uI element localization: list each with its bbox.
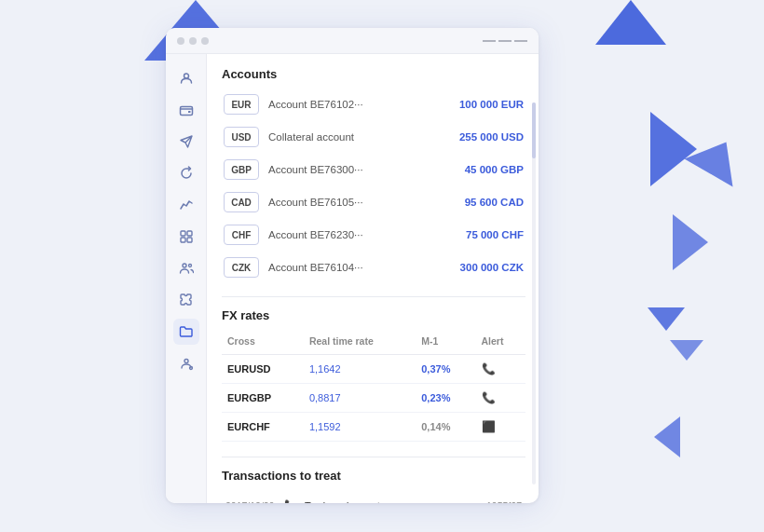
fx-table-header: Cross [222, 332, 304, 355]
account-amount: 300 000 CZK [460, 262, 524, 273]
deco-triangle-mid-right [650, 112, 697, 186]
phone-icon: 📞 [482, 362, 496, 375]
window-dot-1 [177, 37, 184, 45]
window-dot-3 [201, 37, 209, 45]
svg-point-7 [183, 264, 186, 267]
account-name: Account BE76104··· [268, 262, 451, 273]
fx-rate: 1,1592 [304, 413, 416, 442]
svg-point-9 [184, 360, 188, 363]
svg-rect-1 [180, 107, 192, 116]
fx-m1: 0,14% [416, 413, 475, 442]
account-list: EUR Account BE76102··· 100 000 EUR USD C… [222, 90, 525, 281]
fx-table-header: Alert [476, 332, 526, 355]
account-row[interactable]: CZK Account BE76104··· 300 000 CZK [222, 253, 525, 281]
sidebar-icon-folder[interactable] [173, 319, 199, 345]
svg-point-0 [184, 74, 188, 78]
account-row[interactable]: GBP Account BE76300··· 45 000 GBP [222, 156, 525, 184]
sidebar [166, 54, 207, 503]
account-name: Account BE76105··· [268, 197, 456, 208]
fx-table-header: Real time rate [304, 332, 416, 355]
window-dot-2 [189, 37, 197, 45]
sidebar-icon-layers[interactable] [173, 224, 199, 250]
fx-rate: 0,8817 [304, 384, 416, 413]
svg-rect-2 [188, 111, 191, 113]
main-content: Accounts EUR Account BE76102··· 100 000 … [207, 54, 539, 503]
menu-line-1 [483, 40, 496, 42]
fx-rates-table: CrossReal time rateM-1Alert EURUSD1,1642… [222, 332, 525, 442]
currency-badge: CZK [224, 257, 259, 278]
fx-cross: EURUSD [222, 355, 304, 384]
currency-badge: USD [224, 127, 259, 147]
title-bar-menu[interactable] [483, 40, 527, 42]
account-row[interactable]: CHF Account BE76230··· 75 000 CHF [222, 221, 525, 249]
account-amount: 255 000 USD [459, 131, 524, 143]
menu-line-2 [498, 40, 512, 42]
fx-table-row[interactable]: EURUSD1,16420,37%📞 [222, 355, 525, 384]
account-name: Account BE76230··· [268, 229, 457, 240]
fx-alert[interactable]: ⬛ [476, 413, 526, 442]
sidebar-icon-user[interactable] [173, 65, 199, 91]
window-card: Accounts EUR Account BE76102··· 100 000 … [166, 28, 539, 503]
fx-section: FX rates CrossReal time rateM-1Alert EUR… [222, 308, 525, 442]
deco-triangle-lower-right [648, 307, 685, 331]
sidebar-icon-wallet[interactable] [173, 97, 199, 123]
deco-triangle-lower-right2 [670, 340, 703, 361]
deco-triangle-mid-right2 [673, 214, 708, 270]
sidebar-icon-puzzle[interactable] [173, 287, 199, 313]
fx-m1: 0,37% [416, 355, 475, 384]
deco-triangle-bottom-right [654, 416, 680, 457]
accounts-title: Accounts [222, 67, 525, 81]
menu-line-3 [514, 40, 527, 42]
fx-alert[interactable]: 📞 [476, 355, 526, 384]
deco-triangle-far-right [685, 129, 751, 187]
title-bar [166, 28, 539, 54]
transactions-title: Transactions to treat [222, 469, 525, 483]
sidebar-icon-contacts[interactable] [173, 255, 199, 281]
sidebar-icon-send[interactable] [173, 129, 199, 155]
account-amount: 75 000 CHF [466, 229, 524, 240]
sidebar-icon-refresh[interactable] [173, 160, 199, 186]
transaction-date: 2017/12/29 [225, 500, 277, 504]
account-name: Collateral account [268, 131, 450, 143]
account-row[interactable]: EUR Account BE76102··· 100 000 EUR [222, 90, 525, 118]
currency-badge: EUR [224, 94, 259, 115]
account-amount: 100 000 EUR [459, 99, 524, 110]
svg-rect-5 [181, 238, 185, 242]
transaction-row[interactable]: 2017/12/29 📞 Trade order sent 1955f67 [222, 492, 525, 503]
fx-cross: EURGBP [222, 384, 304, 413]
account-row[interactable]: CAD Account BE76105··· 95 600 CAD [222, 188, 525, 216]
deco-triangle-top-right [595, 0, 666, 45]
transaction-id: 1955f67 [486, 500, 522, 504]
fx-alert[interactable]: 📞 [476, 384, 526, 413]
sidebar-icon-chart[interactable] [173, 192, 199, 218]
account-amount: 45 000 GBP [465, 164, 524, 175]
currency-badge: GBP [224, 159, 259, 180]
svg-point-8 [188, 265, 191, 267]
scroll-thumb[interactable] [532, 102, 536, 158]
divider-1 [222, 296, 525, 297]
currency-badge: CHF [224, 225, 259, 245]
fx-cross: EURCHF [222, 413, 304, 442]
fx-m1: 0,23% [416, 384, 475, 413]
account-amount: 95 600 CAD [465, 197, 524, 208]
fx-rates-title: FX rates [222, 308, 525, 322]
svg-rect-3 [181, 231, 185, 236]
transaction-description: Trade order sent [305, 500, 479, 504]
fx-table-row[interactable]: EURGBP0,88170,23%📞 [222, 384, 525, 413]
account-row[interactable]: USD Collateral account 255 000 USD [222, 123, 525, 151]
account-name: Account BE76102··· [268, 99, 450, 110]
square-icon: ⬛ [482, 420, 496, 433]
transaction-type-icon: 📞 [284, 499, 297, 503]
phone-icon: 📞 [482, 391, 496, 404]
account-name: Account BE76300··· [268, 164, 456, 175]
svg-rect-6 [187, 238, 192, 242]
sidebar-icon-person-settings[interactable] [173, 350, 199, 376]
svg-rect-4 [187, 231, 192, 236]
fx-table-row[interactable]: EURCHF1,15920,14%⬛ [222, 413, 525, 442]
divider-2 [222, 457, 525, 457]
transactions-section: Transactions to treat 2017/12/29 📞 Trade… [222, 469, 525, 503]
fx-rate: 1,1642 [304, 355, 416, 384]
currency-badge: CAD [224, 192, 259, 212]
fx-table-header: M-1 [416, 332, 475, 355]
scroll-track[interactable] [532, 102, 536, 484]
